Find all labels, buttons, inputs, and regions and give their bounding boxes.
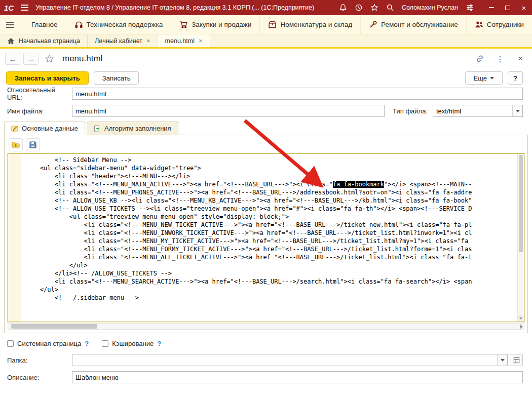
code-line[interactable]: <li class="<!---MENU_FORMY_TICKET_ACTIVE… <box>25 245 517 253</box>
section-label: Номенклатура и склад <box>280 21 352 28</box>
code-line[interactable]: <!-- ALLOW_USE_KB --><li class="<!---MEN… <box>25 196 517 205</box>
vertical-scrollbar[interactable] <box>517 154 524 322</box>
section-tech-support[interactable]: Техническая поддержка <box>66 15 171 34</box>
section-nomenclature-warehouse[interactable]: Номенклатура и склад <box>259 15 360 34</box>
section-repair-service[interactable]: Ремонт и обслуживание <box>360 15 466 34</box>
checkbox-icon[interactable] <box>102 340 108 347</box>
close-tab-icon[interactable]: × <box>146 37 150 45</box>
system-page-checkbox[interactable]: Системная страница ? <box>7 340 89 347</box>
section-label: Главное <box>31 21 58 28</box>
page-title: menu.html <box>62 54 464 64</box>
code-line[interactable]: <li class="<!---MENU_ALL_TICKET_ACTIVE--… <box>25 253 517 261</box>
sections-menu-icon[interactable] <box>6 22 14 28</box>
checkbox-icon[interactable] <box>7 340 14 347</box>
chevron-down-icon <box>519 317 522 320</box>
code-line[interactable]: </ul> <box>25 286 517 294</box>
code-line[interactable]: <!-- /.sidebar-menu --> <box>25 294 517 302</box>
file-name-input[interactable] <box>72 105 385 117</box>
description-row: Описание: <box>7 371 523 384</box>
code-line[interactable]: <li class="header"><!---MENU---></li> <box>25 172 517 180</box>
headset-icon <box>74 20 83 29</box>
code-line[interactable]: <ul class="sidebar-menu" data-widget="tr… <box>25 164 517 172</box>
code-line[interactable]: <!-- ALLOW_USE_TICKETS --><li class="tre… <box>25 205 517 213</box>
forward-button[interactable]: → <box>23 53 39 65</box>
file-type-input[interactable] <box>433 105 512 116</box>
caching-checkbox[interactable]: Кэширование ? <box>102 340 161 347</box>
more-actions-button[interactable]: Еще <box>465 71 503 85</box>
load-from-file-button[interactable] <box>9 138 23 151</box>
chevron-down-icon <box>501 359 505 362</box>
tab-label: Основные данные <box>22 125 78 132</box>
section-purchases-sales[interactable]: Закупки и продажи <box>171 15 259 34</box>
tab-menu-html[interactable]: menu.html × <box>158 34 210 47</box>
code-line[interactable]: <ul class="treeview-menu menu-open" styl… <box>25 213 517 221</box>
home-icon <box>7 37 15 45</box>
help-question-icon[interactable]: ? <box>85 340 89 347</box>
maximize-button[interactable] <box>500 0 516 15</box>
save-to-file-button[interactable] <box>26 138 40 151</box>
horizontal-scrollbar-thumb[interactable] <box>11 324 97 329</box>
code-line[interactable]: <li class="<!---MENU_NEW_TICKET_ACTIVE--… <box>25 221 517 229</box>
folder-dropdown-button[interactable] <box>497 354 507 366</box>
box-icon <box>268 20 277 29</box>
chevron-down-icon <box>516 110 520 112</box>
fill-algorithm-tab-icon <box>94 125 101 132</box>
tab-main-data[interactable]: Основные данные <box>4 122 85 135</box>
relative-url-label: Относительный URL: <box>7 86 72 101</box>
tab-fill-algorithm[interactable]: Алгоритм заполнения <box>87 122 178 135</box>
section-employees[interactable]: Сотрудники <box>466 15 532 34</box>
relative-url-row: Относительный URL: <box>7 87 523 100</box>
file-name-row: Имя файла: Тип файла: <box>7 104 523 117</box>
code-editor[interactable]: <!-- Sidebar Menu --> <ul class="sidebar… <box>8 153 524 322</box>
code-line[interactable]: </ul> <box>25 261 517 269</box>
open-windows-tabbar: Начальная страница Личный кабинет × menu… <box>0 34 532 49</box>
code-line[interactable]: <li class="<!---MENU_SEARCH_ACTIVE--->">… <box>25 277 517 286</box>
relative-url-input[interactable] <box>72 88 523 100</box>
service-settings-icon[interactable] <box>466 4 474 12</box>
main-menu-icon[interactable] <box>21 5 28 11</box>
section-main[interactable]: Главное <box>23 15 66 34</box>
code-line[interactable]: </li><!-- /ALLOW_USE_TICKETS --> <box>25 269 517 277</box>
favorites-star-icon[interactable] <box>370 4 378 12</box>
add-to-favorites-star-icon[interactable] <box>45 54 54 64</box>
file-type-dropdown-button[interactable] <box>512 105 522 116</box>
code-text[interactable]: <!-- Sidebar Menu --> <ul class="sidebar… <box>21 154 517 322</box>
code-line[interactable]: <!-- Sidebar Menu --> <box>25 156 517 164</box>
tab-home[interactable]: Начальная страница <box>0 34 88 47</box>
checkbox-label: Системная страница <box>17 340 81 347</box>
back-button[interactable]: ← <box>5 53 20 65</box>
save-and-close-button[interactable]: Записать и закрыть <box>6 71 89 85</box>
notifications-bell-icon[interactable] <box>339 4 347 12</box>
code-line[interactable]: <li class="<!---MENU_MAIN_ACTIVE--->"><a… <box>25 180 517 188</box>
save-button[interactable]: Записать <box>94 71 139 85</box>
get-link-icon[interactable] <box>475 54 484 63</box>
help-button[interactable]: ? <box>508 71 523 85</box>
file-type-combo[interactable] <box>433 105 523 117</box>
more-label: Еще <box>474 74 487 82</box>
vertical-scrollbar-thumb[interactable] <box>519 155 523 252</box>
scroll-right-arrow[interactable] <box>520 324 523 329</box>
show-all-button[interactable] <box>510 354 523 366</box>
close-form-icon[interactable]: × <box>516 54 525 63</box>
folder-input[interactable] <box>72 354 497 366</box>
scroll-down-arrow[interactable] <box>518 315 524 322</box>
code-line[interactable]: <li class="<!---MENU_MY_TICKET_ACTIVE---… <box>25 237 517 245</box>
close-tab-icon[interactable]: × <box>199 37 203 45</box>
close-window-button[interactable]: × <box>516 0 532 15</box>
flags-row: Системная страница ? Кэширование ? <box>7 338 532 348</box>
search-icon[interactable] <box>386 4 394 12</box>
horizontal-scrollbar[interactable] <box>8 323 524 330</box>
code-line[interactable]: <li class="<!---MENU_INWORK_TICKET_ACTIV… <box>25 229 517 237</box>
code-line[interactable]: <li class="<!---MENU_PHONES_ACTIVE--->">… <box>25 188 517 196</box>
folder-combo[interactable] <box>72 354 508 366</box>
more-menu-dots-icon[interactable]: ⋮ <box>496 54 505 63</box>
tab-personal-cabinet[interactable]: Личный кабинет × <box>88 34 158 47</box>
help-question-icon[interactable]: ? <box>157 340 161 347</box>
current-user-name[interactable]: Соломахин Руслан <box>402 4 458 11</box>
sections-panel: Главное Техническая поддержка Закупки и … <box>0 15 532 34</box>
description-input[interactable] <box>72 371 523 383</box>
history-icon[interactable] <box>355 4 363 12</box>
chevron-right-icon <box>520 325 523 329</box>
selected-text[interactable]: fa fa-bookmark <box>333 181 384 188</box>
minimize-button[interactable] <box>483 0 500 15</box>
